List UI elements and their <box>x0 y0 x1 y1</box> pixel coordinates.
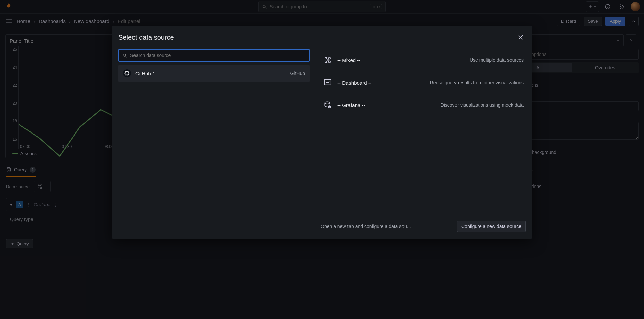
builtin-mixed[interactable]: -- Mixed -- Use multiple data sources <box>321 49 526 71</box>
modal-close-button[interactable] <box>516 32 526 42</box>
github-icon <box>123 69 131 77</box>
datasource-result-github[interactable]: GitHub-1 GitHub <box>118 65 310 82</box>
configure-datasource-button[interactable]: Configure a new data source <box>457 221 526 232</box>
svg-point-12 <box>325 57 327 59</box>
svg-point-14 <box>325 61 327 63</box>
svg-point-13 <box>329 57 330 59</box>
grafana-ds-icon <box>323 100 333 110</box>
modal-footer-hint: Open a new tab and configure a data sou.… <box>321 224 451 229</box>
datasource-search[interactable] <box>118 49 310 62</box>
modal-title: Select data source <box>118 34 516 41</box>
select-datasource-modal: Select data source GitHub-1 GitHub <box>112 26 532 239</box>
builtin-dashboard[interactable]: -- Dashboard -- Reuse query results from… <box>321 71 526 94</box>
dashboard-icon <box>323 77 333 88</box>
mixed-icon <box>323 55 333 65</box>
svg-point-10 <box>123 54 126 56</box>
svg-point-17 <box>325 102 330 104</box>
svg-point-15 <box>329 61 330 63</box>
datasource-result-type: GitHub <box>290 71 305 76</box>
modal-overlay[interactable]: Select data source GitHub-1 GitHub <box>0 0 644 319</box>
svg-line-11 <box>125 56 127 57</box>
builtin-grafana[interactable]: -- Grafana -- Discover visualizations us… <box>321 94 526 116</box>
search-icon <box>122 53 127 58</box>
close-icon <box>517 34 524 41</box>
datasource-search-input[interactable] <box>130 53 306 58</box>
datasource-result-name: GitHub-1 <box>135 71 155 76</box>
